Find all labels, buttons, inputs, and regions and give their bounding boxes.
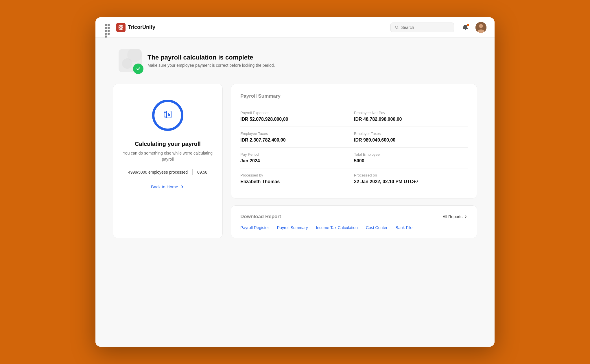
banner-subtitle: Make sure your employee payment is corre… bbox=[148, 63, 275, 68]
summary-label: Pay Period bbox=[240, 152, 354, 157]
app-name: TricorUnify bbox=[128, 24, 155, 30]
summary-item: Payroll Expenses IDR 52.078.928.000,00 bbox=[240, 106, 354, 127]
svg-point-4 bbox=[479, 24, 483, 28]
svg-point-7 bbox=[122, 58, 132, 69]
payroll-summary-title: Payroll Summary bbox=[240, 93, 468, 99]
summary-value: IDR 989.049.600,00 bbox=[354, 138, 468, 143]
all-reports-link[interactable]: All Reports bbox=[443, 214, 468, 219]
calc-title: Calculating your payroll bbox=[135, 141, 201, 147]
progress-divider bbox=[192, 169, 193, 175]
svg-rect-11 bbox=[168, 113, 169, 116]
summary-item: Employee Net Pay IDR 48.782.098.000,00 bbox=[354, 106, 468, 127]
search-input[interactable] bbox=[401, 25, 450, 30]
report-link[interactable]: Payroll Register bbox=[240, 225, 269, 230]
notification-dot bbox=[467, 24, 469, 26]
summary-value: IDR 48.782.098.000,00 bbox=[354, 117, 468, 122]
summary-label: Employee Taxes bbox=[240, 131, 354, 136]
chevron-right-small-icon bbox=[464, 215, 468, 219]
avatar-icon bbox=[475, 22, 486, 33]
summary-value: IDR 2.307.782.400,00 bbox=[240, 138, 354, 143]
notifications-button[interactable] bbox=[460, 22, 471, 33]
summary-item: Pay Period Jan 2024 bbox=[240, 148, 354, 168]
banner-image bbox=[119, 49, 142, 72]
report-link[interactable]: Payroll Summary bbox=[277, 225, 308, 230]
employees-processed: 4999/5000 employees processed bbox=[128, 170, 188, 174]
two-col-layout: Calculating your payroll You can do some… bbox=[113, 84, 477, 238]
report-link[interactable]: Income Tax Calculation bbox=[316, 225, 357, 230]
payroll-summary-card: Payroll Summary Payroll Expenses IDR 52.… bbox=[231, 84, 477, 198]
time-elapsed: 09.58 bbox=[197, 170, 207, 174]
summary-label: Employee Net Pay bbox=[354, 111, 468, 115]
right-panel: Payroll Summary Payroll Expenses IDR 52.… bbox=[231, 84, 477, 238]
payroll-summary-grid: Payroll Expenses IDR 52.078.928.000,00 E… bbox=[240, 106, 468, 189]
summary-value: Elizabeth Thomas bbox=[240, 179, 354, 184]
summary-item: Processed on 22 Jan 2022, 02.10 PM UTC+7 bbox=[354, 168, 468, 189]
report-link[interactable]: Cost Center bbox=[366, 225, 388, 230]
calc-subtitle: You can do something else while we're ca… bbox=[122, 150, 213, 162]
svg-rect-12 bbox=[169, 114, 170, 116]
calculating-card: Calculating your payroll You can do some… bbox=[113, 84, 223, 238]
svg-point-2 bbox=[465, 29, 466, 30]
report-link[interactable]: Bank File bbox=[396, 225, 412, 230]
summary-label: Total Employee bbox=[354, 152, 468, 157]
nav-icons bbox=[460, 22, 486, 33]
download-report-title: Download Report bbox=[240, 214, 281, 220]
summary-label: Processed on bbox=[354, 173, 468, 177]
report-links: Payroll RegisterPayroll SummaryIncome Ta… bbox=[240, 225, 468, 230]
summary-item: Employer Taxes IDR 989.049.600,00 bbox=[354, 127, 468, 148]
banner-title: The payroll calculation is complete bbox=[148, 54, 275, 61]
summary-label: Processed by bbox=[240, 173, 354, 177]
main-content: The payroll calculation is complete Make… bbox=[95, 38, 495, 347]
back-home-label: Back to Home bbox=[151, 184, 178, 189]
download-report-card: Download Report All Reports Payroll Regi… bbox=[231, 205, 477, 238]
summary-value: 22 Jan 2022, 02.10 PM UTC+7 bbox=[354, 179, 468, 184]
avatar[interactable] bbox=[475, 22, 486, 33]
summary-item: Total Employee 5000 bbox=[354, 148, 468, 168]
summary-value: Jan 2024 bbox=[240, 158, 354, 164]
summary-label: Payroll Expenses bbox=[240, 111, 354, 115]
navbar: TricorUnify bbox=[95, 17, 495, 38]
search-icon bbox=[395, 25, 399, 30]
summary-value: IDR 52.078.928.000,00 bbox=[240, 117, 354, 122]
summary-label: Employer Taxes bbox=[354, 131, 468, 136]
check-icon bbox=[133, 64, 143, 74]
chevron-right-icon bbox=[180, 185, 185, 189]
grid-menu-icon[interactable] bbox=[104, 23, 113, 32]
progress-line: 4999/5000 employees processed 09.58 bbox=[128, 169, 207, 175]
app-logo: TricorUnify bbox=[116, 23, 155, 32]
download-report-header: Download Report All Reports bbox=[240, 214, 468, 220]
logo-icon bbox=[116, 23, 126, 32]
summary-item: Employee Taxes IDR 2.307.782.400,00 bbox=[240, 127, 354, 148]
calendar-icon bbox=[163, 110, 172, 120]
summary-value: 5000 bbox=[354, 158, 468, 164]
summary-item: Processed by Elizabeth Thomas bbox=[240, 168, 354, 189]
banner-text: The payroll calculation is complete Make… bbox=[148, 54, 275, 68]
all-reports-label: All Reports bbox=[443, 214, 462, 219]
success-banner: The payroll calculation is complete Make… bbox=[113, 49, 477, 72]
back-to-home-link[interactable]: Back to Home bbox=[151, 184, 185, 189]
search-box[interactable] bbox=[390, 23, 454, 32]
progress-circle bbox=[150, 98, 185, 133]
